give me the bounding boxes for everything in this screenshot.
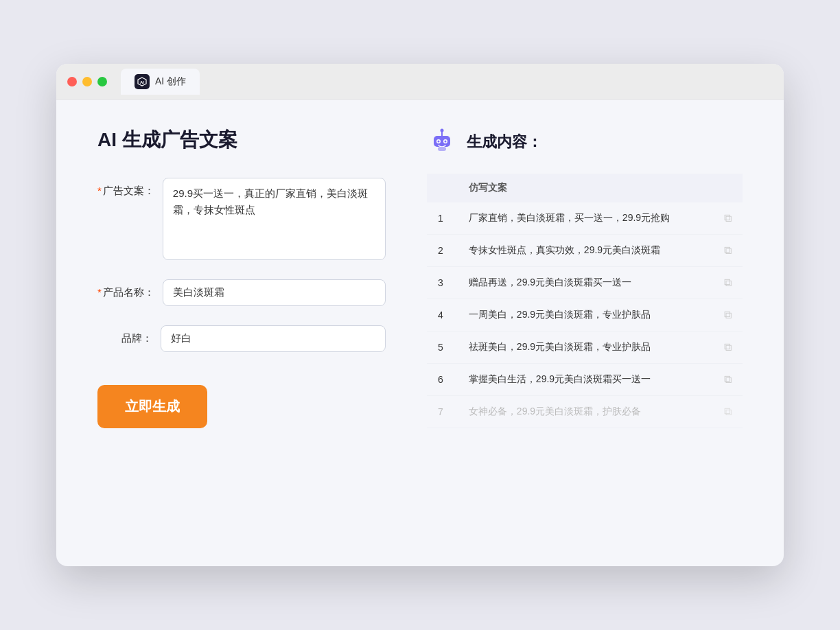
copy-icon[interactable]: ⧉ xyxy=(724,373,732,385)
row-copy-text: 一周美白，29.9元美白淡斑霜，专业护肤品 xyxy=(458,299,710,331)
product-name-group: *产品名称： xyxy=(97,279,386,306)
brand-label: 品牌： xyxy=(97,325,152,345)
traffic-lights xyxy=(67,77,107,86)
col-action xyxy=(710,174,743,202)
minimize-button[interactable] xyxy=(82,77,92,86)
copy-icon[interactable]: ⧉ xyxy=(724,341,732,353)
table-row: 2专抹女性斑点，真实功效，29.9元美白淡斑霜⧉ xyxy=(427,235,743,267)
brand-input[interactable] xyxy=(161,325,386,352)
row-copy-text: 赠品再送，29.9元美白淡斑霜买一送一 xyxy=(458,267,710,299)
table-row: 7女神必备，29.9元美白淡斑霜，护肤必备⧉ xyxy=(427,396,743,428)
row-number: 4 xyxy=(427,299,458,331)
copy-icon[interactable]: ⧉ xyxy=(724,309,732,320)
row-copy-text: 厂家直销，美白淡斑霜，买一送一，29.9元抢购 xyxy=(458,202,710,235)
browser-tab[interactable]: AI AI 创作 xyxy=(121,69,200,95)
generate-button[interactable]: 立即生成 xyxy=(97,385,207,428)
maximize-button[interactable] xyxy=(97,77,107,86)
right-header: 生成内容： xyxy=(427,127,743,157)
col-copy: 仿写文案 xyxy=(458,174,710,202)
row-number: 5 xyxy=(427,331,458,364)
copy-button-cell[interactable]: ⧉ xyxy=(710,396,743,428)
row-copy-text: 祛斑美白，29.9元美白淡斑霜，专业护肤品 xyxy=(458,331,710,364)
table-row: 6掌握美白生活，29.9元美白淡斑霜买一送一⧉ xyxy=(427,364,743,396)
svg-text:AI: AI xyxy=(140,80,144,84)
row-number: 2 xyxy=(427,235,458,267)
results-table: 仿写文案 1厂家直销，美白淡斑霜，买一送一，29.9元抢购⧉2专抹女性斑点，真实… xyxy=(427,174,743,428)
tab-ai-icon: AI xyxy=(135,74,150,89)
browser-titlebar: AI AI 创作 xyxy=(56,64,784,100)
ad-copy-textarea[interactable]: 29.9买一送一，真正的厂家直销，美白淡斑霜，专抹女性斑点 xyxy=(163,178,386,260)
copy-button-cell[interactable]: ⧉ xyxy=(710,364,743,396)
svg-rect-4 xyxy=(434,136,450,147)
svg-point-3 xyxy=(441,129,444,132)
copy-button-cell[interactable]: ⧉ xyxy=(710,299,743,331)
table-row: 5祛斑美白，29.9元美白淡斑霜，专业护肤品⧉ xyxy=(427,331,743,364)
right-panel-title: 生成内容： xyxy=(467,132,542,152)
copy-icon[interactable]: ⧉ xyxy=(724,277,732,288)
col-num xyxy=(427,174,458,202)
required-star-2: * xyxy=(97,286,102,298)
row-number: 3 xyxy=(427,267,458,299)
copy-icon[interactable]: ⧉ xyxy=(724,406,732,417)
copy-icon[interactable]: ⧉ xyxy=(724,244,732,256)
close-button[interactable] xyxy=(67,77,77,86)
product-name-label: *产品名称： xyxy=(97,279,154,299)
row-number: 7 xyxy=(427,396,458,428)
table-row: 1厂家直销，美白淡斑霜，买一送一，29.9元抢购⧉ xyxy=(427,202,743,235)
required-star-1: * xyxy=(97,185,102,196)
table-row: 4一周美白，29.9元美白淡斑霜，专业护肤品⧉ xyxy=(427,299,743,331)
product-name-input[interactable] xyxy=(163,279,386,306)
row-number: 6 xyxy=(427,364,458,396)
ad-copy-group: *广告文案： 29.9买一送一，真正的厂家直销，美白淡斑霜，专抹女性斑点 xyxy=(97,178,386,260)
browser-content: AI 生成广告文案 *广告文案： 29.9买一送一，真正的厂家直销，美白淡斑霜，… xyxy=(56,100,784,566)
svg-point-8 xyxy=(445,141,447,143)
tab-title: AI 创作 xyxy=(155,75,186,88)
copy-button-cell[interactable]: ⧉ xyxy=(710,202,743,235)
table-row: 3赠品再送，29.9元美白淡斑霜买一送一⧉ xyxy=(427,267,743,299)
copy-button-cell[interactable]: ⧉ xyxy=(710,267,743,299)
page-title: AI 生成广告文案 xyxy=(97,127,386,153)
svg-rect-9 xyxy=(438,147,446,151)
browser-window: AI AI 创作 AI 生成广告文案 *广告文案： 29.9买一送一，真正的厂家… xyxy=(56,64,784,566)
row-copy-text: 女神必备，29.9元美白淡斑霜，护肤必备 xyxy=(458,396,710,428)
copy-button-cell[interactable]: ⧉ xyxy=(710,331,743,364)
copy-button-cell[interactable]: ⧉ xyxy=(710,235,743,267)
row-number: 1 xyxy=(427,202,458,235)
ad-copy-label: *广告文案： xyxy=(97,178,154,198)
copy-icon[interactable]: ⧉ xyxy=(724,212,732,224)
brand-group: 品牌： xyxy=(97,325,386,352)
table-header-row: 仿写文案 xyxy=(427,174,743,202)
svg-point-7 xyxy=(438,141,440,143)
robot-icon xyxy=(427,127,457,157)
right-panel: 生成内容： 仿写文案 1厂家直销，美白淡斑霜，买一送一，29.9元抢购⧉2专抹女… xyxy=(427,127,743,539)
row-copy-text: 专抹女性斑点，真实功效，29.9元美白淡斑霜 xyxy=(458,235,710,267)
row-copy-text: 掌握美白生活，29.9元美白淡斑霜买一送一 xyxy=(458,364,710,396)
left-panel: AI 生成广告文案 *广告文案： 29.9买一送一，真正的厂家直销，美白淡斑霜，… xyxy=(97,127,386,539)
